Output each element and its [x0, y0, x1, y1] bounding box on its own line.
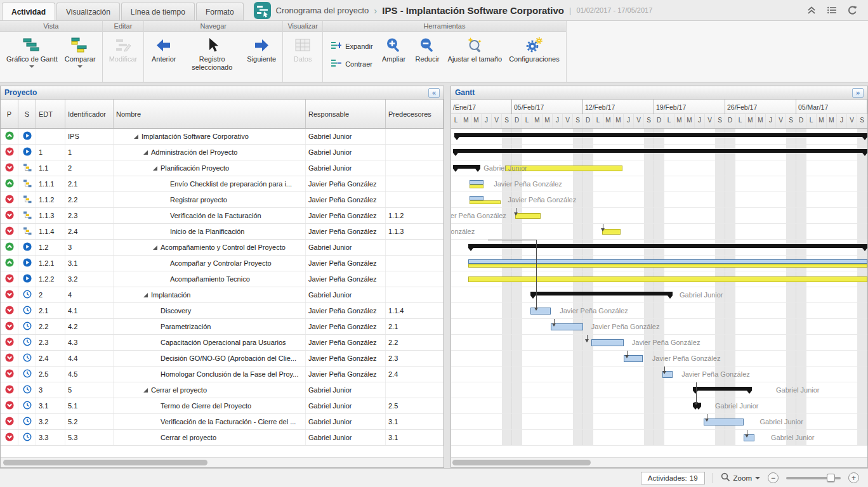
table-row[interactable]: 2.14.1DiscoveryJavier Peña González1.1.4: [1, 303, 444, 319]
table-row[interactable]: 3.25.2Verificación de la Facturación - C…: [1, 414, 444, 430]
table-row[interactable]: 1.1.42.4Inicio de la PlanificaciónJavier…: [1, 224, 444, 240]
tab-visualizacion[interactable]: Visualización: [56, 3, 120, 20]
collapse-triangle-icon[interactable]: [134, 134, 138, 139]
id-cell: 4.2: [65, 319, 114, 334]
gantt-bar-taskhalf[interactable]: [470, 180, 483, 185]
week-label: 19/Feb/17: [654, 100, 725, 114]
column-header-identificador[interactable]: Identificador: [65, 100, 114, 128]
gantt-bar-task[interactable]: [530, 308, 551, 315]
reducir-button[interactable]: Reducir: [412, 34, 444, 65]
tab-actividad[interactable]: Actividad: [2, 3, 55, 20]
refresh-icon[interactable]: [847, 6, 858, 15]
priority-up-icon: [5, 258, 14, 268]
gantt-bar-summary[interactable]: [468, 244, 867, 248]
table-row[interactable]: 11Administración del ProyectoGabriel Jun…: [1, 145, 444, 160]
table-row[interactable]: 1.1.22.2Registrar proyectoJavier Peña Go…: [1, 192, 444, 208]
column-header-edt[interactable]: EDT: [36, 100, 65, 128]
status-clock-icon: [23, 353, 32, 363]
zoom-slider-handle[interactable]: [827, 474, 835, 482]
collapse-triangle-icon[interactable]: [143, 293, 148, 297]
timeline-week: 19/Feb/17DLMMJVS: [654, 100, 725, 128]
gantt-bar-summary[interactable]: [693, 387, 752, 391]
gantt-bar-yellow[interactable]: [468, 276, 867, 282]
table-row[interactable]: 24ImplantaciónGabriel Junior: [1, 287, 444, 303]
scrollbar-thumb[interactable]: [3, 460, 207, 465]
status-cell: [18, 256, 36, 271]
gantt-bar-yellow[interactable]: [515, 213, 541, 219]
collapse-triangle-icon[interactable]: [143, 150, 148, 155]
gantt-bar-yellow[interactable]: [602, 229, 621, 235]
table-row[interactable]: 1.12Planificación ProyectoGabriel Junior: [1, 160, 444, 176]
collapse-triangle-icon[interactable]: [153, 166, 157, 171]
table-row[interactable]: 2.24.2ParametrizaciónJavier Peña Gonzále…: [1, 319, 444, 335]
gantt-hscrollbar[interactable]: [451, 457, 867, 467]
predecessor-cell: 2.5: [386, 398, 444, 413]
ajustar-el-tamano-button[interactable]: Ajustar el tamaño: [445, 34, 505, 65]
tab-linea-de-tiempo[interactable]: Línea de tiempo: [121, 3, 195, 20]
gantt-bar-yellowhalf[interactable]: [470, 185, 483, 188]
table-row[interactable]: 1.2.23.2Acompañamiento TecnicoJavier Peñ…: [1, 271, 444, 287]
task-name-cell: Verificación de la Facturación - Cierre …: [114, 414, 306, 429]
grafico-de-gantt-button[interactable]: Gráfico de Gantt: [4, 34, 60, 70]
column-header-s[interactable]: S: [18, 100, 36, 128]
anterior-button[interactable]: Anterior: [148, 34, 180, 65]
scrollbar-thumb[interactable]: [452, 460, 591, 465]
gantt-bar-yellowhalf[interactable]: [468, 264, 867, 268]
expandir-button[interactable]: Expandir: [327, 39, 376, 53]
gantt-bar-task[interactable]: [704, 419, 743, 425]
gantt-bar-yellowhalf[interactable]: [470, 200, 501, 204]
table-row[interactable]: 35Cerrar el proyectoGabriel Junior: [1, 382, 444, 398]
gantt-bar-taskhalf[interactable]: [468, 259, 867, 264]
contraer-button[interactable]: Contraer: [327, 57, 376, 70]
project-panel-title: Proyecto: [4, 88, 37, 97]
gantt-bar-summary[interactable]: [453, 149, 867, 153]
gantt-bar-summary[interactable]: [530, 292, 673, 295]
status-net-icon: [23, 195, 32, 205]
zoom-in-button[interactable]: +: [848, 472, 859, 483]
siguiente-button[interactable]: Siguiente: [244, 34, 279, 65]
column-header-nombre[interactable]: Nombre: [114, 100, 306, 128]
column-header-p[interactable]: P: [1, 100, 18, 128]
registro-seleccionado-button[interactable]: Registro seleccionado: [181, 34, 242, 73]
priority-cell: [1, 160, 18, 176]
table-row[interactable]: 3.35.3Cerrar el proyectoGabriel Junior3.…: [1, 430, 444, 446]
table-row[interactable]: 1.2.13.1Acompañar y Controlar ProyectoJa…: [1, 256, 444, 271]
collapse-ribbon-icon[interactable]: [806, 6, 817, 15]
configuraciones-button[interactable]: Configuraciones: [506, 34, 562, 65]
collapse-triangle-icon[interactable]: [143, 388, 148, 393]
status-clock-icon: [23, 432, 32, 443]
column-header-responsable[interactable]: Responsable: [306, 100, 386, 128]
predecessor-cell: [386, 129, 444, 144]
table-row[interactable]: 1.1.32.3Verificación de la FacturaciónJa…: [1, 208, 444, 224]
panel-splitter[interactable]: [444, 86, 450, 468]
table-row[interactable]: 1.23Acompañamiento y Control del Proyect…: [1, 240, 444, 256]
gantt-bar-summary[interactable]: [453, 165, 480, 169]
ampliar-button[interactable]: Ampliar: [378, 34, 410, 65]
gantt-bar-task[interactable]: [591, 339, 624, 346]
gantt-bar-taskhalf[interactable]: [470, 196, 483, 200]
comparar-button[interactable]: Comparar: [62, 34, 98, 70]
table-row[interactable]: 2.54.5Homologar Conclusión de la Fase de…: [1, 367, 444, 382]
table-row[interactable]: 2.44.4Decisión GO/NO-GO (Aprobación del …: [1, 351, 444, 367]
edt-cell: 2: [36, 287, 65, 302]
menu-list-icon[interactable]: [827, 6, 837, 15]
timeline-week: 05/Mar/17DLMMJVS: [796, 100, 867, 128]
predecessor-cell: 3.1: [386, 430, 444, 445]
collapse-panel-button[interactable]: «: [428, 88, 440, 98]
expand-panel-button[interactable]: »: [852, 88, 864, 98]
column-header-predecesores[interactable]: Predecesores: [386, 100, 444, 128]
collapse-triangle-icon[interactable]: [153, 245, 157, 250]
id-cell: 2.2: [65, 192, 114, 207]
zoom-dropdown[interactable]: Zoom: [721, 472, 760, 483]
table-row[interactable]: 1.1.12.1Envío Checklist de preparación p…: [1, 176, 444, 192]
predecessor-cell: [386, 192, 444, 207]
zoom-out-button[interactable]: −: [768, 472, 779, 483]
table-row[interactable]: 2.34.3Capacitación Operacional para Usua…: [1, 335, 444, 351]
table-row[interactable]: 3.15.1Termo de Cierre del ProyectoGabrie…: [1, 398, 444, 414]
table-hscrollbar[interactable]: [1, 457, 444, 467]
zoom-slider[interactable]: [786, 473, 841, 483]
tab-formato[interactable]: Formato: [196, 3, 244, 20]
priority-up-icon: [5, 242, 14, 252]
gantt-bar-summary[interactable]: [454, 133, 867, 137]
table-row[interactable]: IPSImplantación Software CorporativoGabr…: [1, 129, 444, 145]
